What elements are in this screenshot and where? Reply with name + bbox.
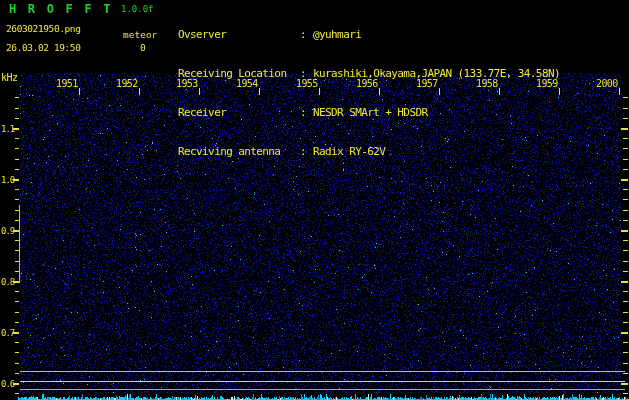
freq-minor-tick-right [623,118,628,119]
freq-minor-tick-left [15,250,19,251]
time-tick [259,88,260,95]
freq-minor-tick-right [623,261,628,262]
time-tick [319,88,320,95]
freq-label: 1.0 [1,175,14,185]
freq-minor-tick-left [15,291,19,292]
freq-minor-tick-left [15,118,19,119]
freq-minor-tick-right [623,210,628,211]
freq-label: 0.6 [1,379,14,389]
time-label: 1957 [416,78,438,89]
freq-minor-tick-right [623,220,628,221]
freq-minor-tick-right [623,199,628,200]
freq-minor-tick-left [15,199,19,200]
freq-minor-tick-right [623,108,628,109]
freq-minor-tick-right [623,169,628,170]
freq-unit-label: kHz [1,72,18,83]
record-timestamp: 26.03.02 19:50 [6,42,80,53]
freq-minor-tick-right [623,97,628,98]
time-tick [139,88,140,95]
freq-minor-tick-right [623,312,628,313]
time-tick [619,88,620,95]
freq-minor-tick-right [623,393,628,394]
time-label: 1954 [236,78,258,89]
freq-minor-tick-left [15,97,19,98]
freq-minor-tick-left [15,210,19,211]
time-tick [559,88,560,95]
freq-minor-tick-left [15,189,19,190]
freq-minor-tick-right [623,189,628,190]
freq-minor-tick-left [15,322,19,323]
app-title: H R O F F T [9,2,113,16]
time-tick [499,88,500,95]
freq-minor-tick-right [623,271,628,272]
freq-minor-tick-left [15,169,19,170]
freq-minor-tick-right [623,138,628,139]
freq-minor-tick-left [15,373,19,374]
freq-label: 0.8 [1,277,14,287]
freq-minor-tick-left [15,108,19,109]
info-row-observer: Ovserver:@yuhmari [178,28,560,41]
meteor-counter-value: 0 [140,42,146,53]
freq-minor-tick-left [15,312,19,313]
freq-minor-tick-right [623,322,628,323]
time-label: 1955 [296,78,318,89]
time-tick [379,88,380,95]
hrofft-window: H R O F F T 1.0.0f 2603021950.png meteor… [0,0,629,400]
freq-minor-tick-right [623,373,628,374]
info-row-antenna: Recviving antenna:Radix RY-62V [178,145,560,158]
time-label: 2000 [596,78,618,89]
freq-minor-tick-left [15,240,19,241]
freq-minor-tick-left [15,352,19,353]
output-filename: 2603021950.png [6,23,80,34]
freq-minor-tick-left [15,393,19,394]
freq-minor-tick-right [623,148,628,149]
freq-major-tick-right [621,383,628,385]
info-row-receiver: Receiver:NESDR SMArt + HDSDR [178,106,560,119]
freq-major-tick-right [621,230,628,232]
freq-label: 0.7 [1,328,14,338]
freq-minor-tick-left [15,159,19,160]
freq-minor-tick-right [623,342,628,343]
freq-minor-tick-left [15,220,19,221]
time-label: 1953 [176,78,198,89]
freq-minor-tick-left [15,148,19,149]
freq-major-tick-right [621,128,628,130]
freq-minor-tick-right [623,240,628,241]
freq-minor-tick-left [15,271,19,272]
freq-minor-tick-right [623,301,628,302]
freq-minor-tick-left [15,363,19,364]
freq-minor-tick-right [623,352,628,353]
freq-label: 1.1 [1,124,14,134]
time-tick [199,88,200,95]
time-tick [79,88,80,95]
time-label: 1952 [116,78,138,89]
freq-major-tick-right [621,332,628,334]
time-label: 1951 [56,78,78,89]
freq-minor-tick-right [623,250,628,251]
freq-major-tick-right [621,281,628,283]
freq-minor-tick-right [623,363,628,364]
time-label: 1956 [356,78,378,89]
freq-minor-tick-left [15,301,19,302]
observer-info: Ovserver:@yuhmari Receiving Location:kur… [178,2,560,184]
app-version: 1.0.0f [121,4,154,14]
time-tick [439,88,440,95]
freq-label: 0.9 [1,226,14,236]
freq-major-tick-right [621,179,628,181]
freq-minor-tick-right [623,291,628,292]
freq-minor-tick-left [15,138,19,139]
freq-minor-tick-left [15,261,19,262]
time-label: 1958 [476,78,498,89]
time-label: 1959 [536,78,558,89]
meteor-counter-label: meteor [123,29,157,40]
freq-minor-tick-right [623,159,628,160]
freq-minor-tick-left [15,342,19,343]
